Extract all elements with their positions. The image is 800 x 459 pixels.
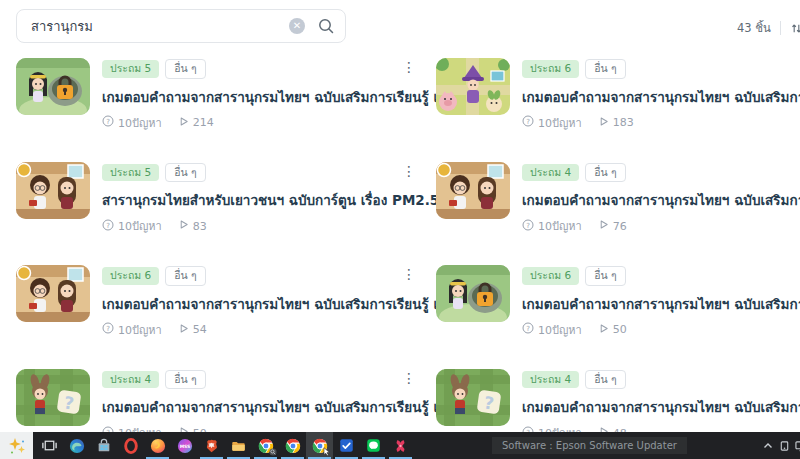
question-count: 10ปัญหา bbox=[118, 114, 162, 132]
more-options-button[interactable]: ⋮ bbox=[398, 265, 420, 283]
search-highlights-icon[interactable] bbox=[0, 432, 33, 459]
grade-badge: ประถม 5 bbox=[102, 164, 159, 182]
results-column-right: ประถม 6 อื่น ๆ เกมตอบคำถามจากสารานุกรมไท… bbox=[436, 58, 800, 459]
badges-row: ประถม 4 อื่น ๆ bbox=[522, 370, 800, 390]
play-count: 54 bbox=[193, 323, 207, 336]
game-card[interactable]: ? ประถม 4 อื่น ๆ เกมตอบคำถามจากสารานุกรม… bbox=[436, 369, 800, 443]
game-thumbnail: ? bbox=[16, 369, 90, 426]
results-toolbar: 43 ชิ้น ยอ bbox=[737, 19, 800, 37]
play-count: 50 bbox=[613, 323, 627, 336]
more-options-button[interactable]: ⋮ bbox=[398, 369, 420, 387]
badges-row: ประถม 4 อื่น ๆ bbox=[522, 163, 800, 183]
task-view-icon[interactable] bbox=[36, 432, 63, 459]
svg-text:MSS: MSS bbox=[179, 444, 190, 449]
category-badge: อื่น ๆ bbox=[165, 163, 205, 183]
clear-search-icon[interactable]: ✕ bbox=[289, 18, 305, 34]
grade-badge: ประถม 6 bbox=[102, 267, 159, 285]
game-meta: ? 10ปัญหา 183 bbox=[522, 114, 800, 132]
grade-badge: ประถม 5 bbox=[102, 60, 159, 78]
svg-text:?: ? bbox=[526, 325, 530, 333]
game-thumbnail: ? bbox=[436, 369, 510, 426]
sort-button[interactable]: ยอ bbox=[790, 19, 800, 37]
game-card[interactable]: ประถม 5 อื่น ๆ เกมตอบคำถามจากสารานุกรมไท… bbox=[16, 58, 420, 132]
game-thumbnail bbox=[16, 265, 90, 322]
play-count: 183 bbox=[613, 116, 634, 129]
game-card-body: ประถม 4 อื่น ๆ เกมตอบคำถามจากสารานุกรมไท… bbox=[510, 162, 800, 236]
game-title: เกมตอบคำถามจากสารานุกรมไทยฯ ฉบับเสริมการ… bbox=[522, 293, 800, 315]
todo-icon[interactable] bbox=[333, 432, 360, 459]
question-count: 10ปัญหา bbox=[118, 321, 162, 339]
edge-icon[interactable] bbox=[63, 432, 90, 459]
game-meta: ? 10ปัญหา 54 bbox=[102, 321, 398, 339]
taskbar-apps: MSS bbox=[36, 432, 414, 459]
game-title: เกมตอบคำถามจากสารานุกรมไทยฯ ฉบับเสริมการ… bbox=[102, 396, 398, 418]
chrome-cursor-profile-icon[interactable] bbox=[306, 432, 333, 459]
svg-text:?: ? bbox=[106, 118, 110, 126]
microsoft-store-icon[interactable] bbox=[90, 432, 117, 459]
tray-device-icon[interactable] bbox=[779, 440, 790, 452]
game-meta: ? 10ปัญหา 50 bbox=[522, 321, 800, 339]
question-count-icon: ? bbox=[102, 219, 114, 234]
sort-arrows-icon bbox=[790, 22, 800, 35]
game-meta: ? 10ปัญหา 76 bbox=[522, 217, 800, 235]
question-count-icon: ? bbox=[522, 219, 534, 234]
results-list: ประถม 5 อื่น ๆ เกมตอบคำถามจากสารานุกรมไท… bbox=[16, 58, 800, 459]
hidden-icons-chevron-icon[interactable] bbox=[762, 440, 774, 452]
game-card-body: ประถม 5 อื่น ๆ เกมตอบคำถามจากสารานุกรมไท… bbox=[90, 58, 398, 132]
play-count: 76 bbox=[613, 220, 627, 233]
badges-row: ประถม 6 อื่น ๆ bbox=[522, 59, 800, 79]
question-count-icon: ? bbox=[102, 115, 114, 130]
file-explorer-icon[interactable] bbox=[225, 432, 252, 459]
taskbar: MSS Software : Epson Software Updater bbox=[0, 432, 800, 459]
more-options-button[interactable]: ⋮ bbox=[398, 162, 420, 180]
game-card[interactable]: ประถม 6 อื่น ๆ เกมตอบคำถามจากสารานุกรมไท… bbox=[436, 265, 800, 339]
svg-text:?: ? bbox=[106, 325, 110, 333]
search-results-page: ✕ 43 ชิ้น ยอ ประถม 5 อื่น ๆ เกมตอบคำถามจ… bbox=[0, 0, 800, 459]
badges-row: ประถม 5 อื่น ๆ bbox=[102, 59, 398, 79]
play-count-icon bbox=[178, 116, 189, 130]
badges-row: ประถม 6 อื่น ๆ bbox=[102, 266, 398, 286]
mss-app-icon[interactable]: MSS bbox=[171, 432, 198, 459]
grade-badge: ประถม 6 bbox=[522, 267, 579, 285]
play-count-icon bbox=[178, 219, 189, 233]
question-count-icon: ? bbox=[522, 115, 534, 130]
play-count-icon bbox=[598, 219, 609, 233]
svg-text:?: ? bbox=[526, 221, 530, 229]
question-count: 10ปัญหา bbox=[118, 217, 162, 235]
opera-icon[interactable] bbox=[117, 432, 144, 459]
game-title: เกมตอบคำถามจากสารานุกรมไทยฯ ฉบับเสริมการ… bbox=[522, 189, 800, 211]
game-thumbnail bbox=[16, 162, 90, 219]
game-card[interactable]: ประถม 4 อื่น ๆ เกมตอบคำถามจากสารานุกรมไท… bbox=[436, 162, 800, 236]
firefox-icon[interactable] bbox=[144, 432, 171, 459]
game-title: เกมตอบคำถามจากสารานุกรมไทยฯ ฉบับเสริมการ… bbox=[522, 86, 800, 108]
game-title: สารานุกรมไทยสำหรับเยาวชนฯ ฉบับการ์ตูน เร… bbox=[102, 189, 398, 211]
question-count-icon: ? bbox=[102, 322, 114, 337]
game-card-body: ประถม 6 อื่น ๆ เกมตอบคำถามจากสารานุกรมไท… bbox=[510, 58, 800, 132]
chrome-icon[interactable] bbox=[279, 432, 306, 459]
brave-icon[interactable] bbox=[198, 432, 225, 459]
game-card[interactable]: ประถม 5 อื่น ๆ สารานุกรมไทยสำหรับเยาวชนฯ… bbox=[16, 162, 420, 236]
game-thumbnail bbox=[436, 58, 510, 115]
tray-display-icon[interactable] bbox=[795, 440, 800, 452]
category-badge: อื่น ๆ bbox=[165, 59, 205, 79]
chrome-search-profile-icon[interactable] bbox=[252, 432, 279, 459]
results-count: 43 ชิ้น bbox=[737, 19, 771, 37]
game-thumbnail bbox=[436, 162, 510, 219]
svg-text:?: ? bbox=[106, 221, 110, 229]
play-count: 214 bbox=[193, 116, 214, 129]
search-icon[interactable] bbox=[317, 17, 335, 35]
game-meta: ? 10ปัญหา 83 bbox=[102, 217, 398, 235]
red-app-icon[interactable] bbox=[387, 432, 414, 459]
search-input[interactable] bbox=[31, 19, 289, 34]
game-card[interactable]: ประถม 6 อื่น ๆ เกมตอบคำถามจากสารานุกรมไท… bbox=[16, 265, 420, 339]
line-icon[interactable] bbox=[360, 432, 387, 459]
game-card[interactable]: ประถม 6 อื่น ๆ เกมตอบคำถามจากสารานุกรมไท… bbox=[436, 58, 800, 132]
play-count-icon bbox=[598, 323, 609, 337]
game-card-body: ประถม 6 อื่น ๆ เกมตอบคำถามจากสารานุกรมไท… bbox=[510, 265, 800, 339]
badges-row: ประถม 4 อื่น ๆ bbox=[102, 370, 398, 390]
grade-badge: ประถม 4 bbox=[522, 371, 579, 389]
grade-badge: ประถม 4 bbox=[522, 164, 579, 182]
game-card-body: ประถม 6 อื่น ๆ เกมตอบคำถามจากสารานุกรมไท… bbox=[90, 265, 398, 339]
more-options-button[interactable]: ⋮ bbox=[398, 58, 420, 76]
game-card[interactable]: ? ประถม 4 อื่น ๆ เกมตอบคำถามจากสารานุกรม… bbox=[16, 369, 420, 443]
